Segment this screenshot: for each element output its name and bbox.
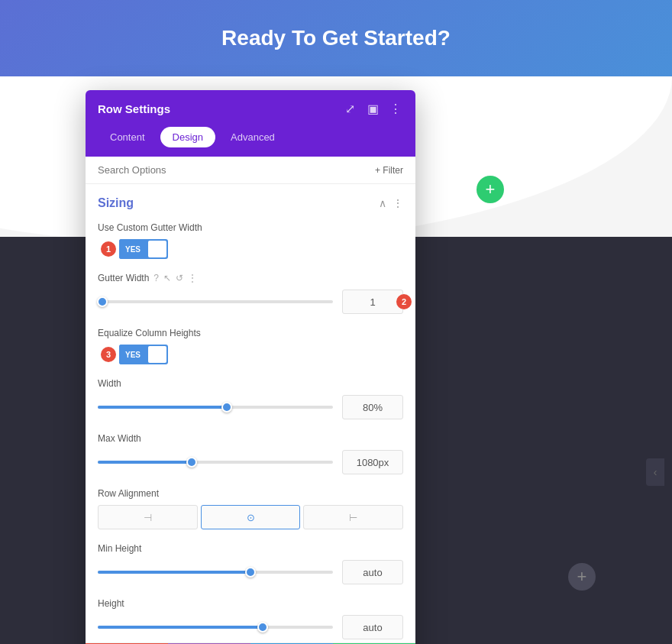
height-label: Height	[98, 598, 403, 609]
width-fill	[98, 406, 227, 409]
row-alignment-field: Row Alignment ⊣ ⊙ ⊢	[98, 488, 403, 529]
alignment-buttons: ⊣ ⊙ ⊢	[98, 505, 403, 529]
tabs-container: Content Design Advanced	[86, 127, 415, 157]
custom-gutter-field: Use Custom Gutter Width 1 YES	[98, 222, 403, 259]
max-width-label: Max Width	[98, 433, 403, 444]
max-width-field: Max Width 1080px	[98, 433, 403, 474]
height-thumb[interactable]	[257, 622, 268, 633]
width-value-box: 80%	[342, 395, 403, 419]
help-icon[interactable]: ?	[153, 273, 159, 283]
cursor-icon[interactable]: ↖	[163, 273, 171, 283]
row-alignment-label: Row Alignment	[98, 488, 403, 499]
gutter-width-track[interactable]	[98, 300, 333, 303]
top-banner: Ready To Get Started?	[0, 0, 672, 76]
gutter-width-label-row: Gutter Width ? ↖ ↺ ⋮	[98, 273, 403, 283]
min-height-label: Min Height	[98, 543, 403, 554]
gutter-width-value: 1	[370, 296, 375, 308]
sizing-section-header: Sizing ∧ ⋮	[98, 196, 403, 210]
align-center-icon: ⊙	[247, 512, 255, 523]
toggle1-yes-label: YES	[119, 239, 147, 259]
max-width-value: 1080px	[357, 457, 389, 468]
panel-body: Sizing ∧ ⋮ Use Custom Gutter Width 1 YES…	[86, 184, 415, 642]
min-height-field: Min Height auto	[98, 543, 403, 584]
expand-icon[interactable]: ⤢	[342, 101, 357, 116]
search-bar: + Filter	[86, 157, 415, 184]
width-value: 80%	[363, 402, 383, 413]
align-right-icon: ⊢	[349, 512, 357, 523]
gutter-width-slider-row: 1 2	[98, 290, 403, 314]
toggle2-switch[interactable]	[148, 346, 166, 363]
tab-content[interactable]: Content	[98, 127, 157, 147]
equalize-toggle[interactable]: YES	[119, 345, 168, 364]
min-height-thumb[interactable]	[245, 567, 256, 578]
height-fill	[98, 626, 263, 629]
align-right-button[interactable]: ⊢	[303, 505, 403, 529]
reset-icon[interactable]: ↺	[176, 273, 183, 283]
filter-button[interactable]: + Filter	[375, 165, 403, 176]
custom-gutter-label: Use Custom Gutter Width	[98, 222, 403, 233]
max-width-slider-row: 1080px	[98, 450, 403, 474]
layout-icon[interactable]: ▣	[365, 101, 380, 116]
max-width-track[interactable]	[98, 461, 333, 464]
equalize-toggle-container: 3 YES	[119, 345, 403, 364]
sizing-title: Sizing	[98, 196, 134, 210]
toggle1-switch[interactable]	[148, 241, 166, 257]
height-value-box: auto	[342, 615, 403, 639]
section-controls: ∧ ⋮	[379, 197, 403, 209]
width-track[interactable]	[98, 406, 333, 409]
max-width-value-box: 1080px	[342, 450, 403, 474]
tab-advanced[interactable]: Advanced	[218, 127, 287, 147]
gutter-width-value-box: 1 2	[342, 290, 403, 314]
width-thumb[interactable]	[221, 402, 232, 413]
min-height-fill	[98, 571, 250, 574]
step-badge-3: 3	[101, 347, 116, 362]
collapse-icon[interactable]: ∧	[379, 197, 386, 209]
field-more-icon[interactable]: ⋮	[188, 273, 197, 283]
row-settings-panel: Row Settings ⤢ ▣ ⋮ Content Design Advanc…	[86, 90, 415, 644]
gutter-width-thumb[interactable]	[97, 296, 108, 307]
height-slider-row: auto	[98, 615, 403, 639]
header-icons: ⤢ ▣ ⋮	[342, 101, 403, 116]
min-height-slider-row: auto	[98, 560, 403, 584]
panel-title: Row Settings	[98, 102, 170, 115]
min-height-value-box: auto	[342, 560, 403, 584]
gutter-width-field: Gutter Width ? ↖ ↺ ⋮ 1 2	[98, 273, 403, 314]
page-title: Ready To Get Started?	[221, 26, 451, 50]
toggle2-yes-label: YES	[119, 345, 147, 364]
tab-design[interactable]: Design	[160, 127, 215, 147]
width-field: Width 80%	[98, 378, 403, 419]
max-width-thumb[interactable]	[186, 457, 197, 468]
add-button-bottom[interactable]: +	[568, 563, 596, 591]
height-track[interactable]	[98, 626, 333, 629]
width-label: Width	[98, 378, 403, 389]
align-left-button[interactable]: ⊣	[98, 505, 198, 529]
height-field: Height auto	[98, 598, 403, 639]
add-button-top[interactable]: +	[477, 176, 504, 203]
step-badge-2: 2	[396, 294, 412, 309]
equalize-field: Equalize Column Heights 3 YES	[98, 328, 403, 364]
search-input[interactable]	[98, 164, 375, 176]
width-slider-row: 80%	[98, 395, 403, 419]
section-more-icon[interactable]: ⋮	[393, 197, 403, 209]
collapse-arrow[interactable]: ‹	[646, 458, 664, 486]
min-height-track[interactable]	[98, 571, 333, 574]
custom-gutter-toggle-container: 1 YES	[119, 239, 403, 259]
step-badge-1: 1	[101, 241, 116, 257]
equalize-label: Equalize Column Heights	[98, 328, 403, 338]
panel-header: Row Settings ⤢ ▣ ⋮	[86, 90, 415, 127]
min-height-value: auto	[363, 567, 382, 578]
height-value: auto	[363, 622, 382, 633]
align-left-icon: ⊣	[144, 512, 152, 523]
custom-gutter-toggle[interactable]: YES	[119, 239, 168, 259]
more-icon[interactable]: ⋮	[388, 101, 403, 116]
align-center-button[interactable]: ⊙	[201, 505, 301, 529]
gutter-width-label: Gutter Width	[98, 273, 149, 283]
max-width-fill	[98, 461, 192, 464]
